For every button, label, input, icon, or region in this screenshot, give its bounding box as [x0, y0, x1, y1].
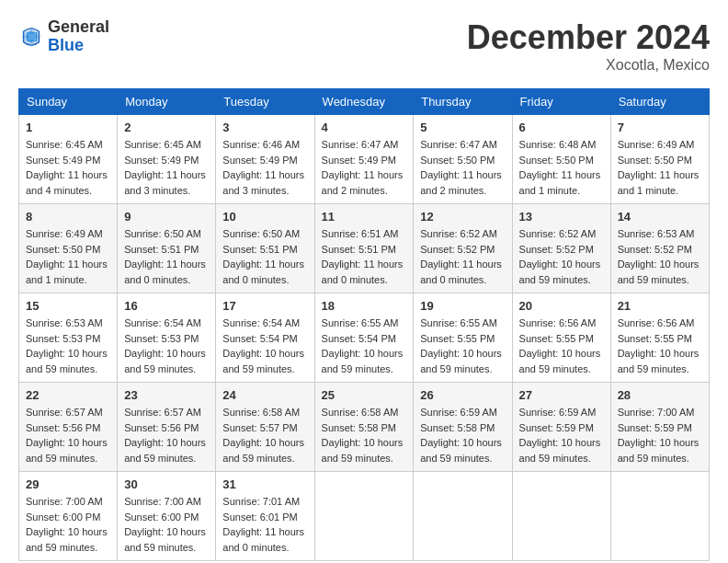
day-info: Sunrise: 7:01 AM Sunset: 6:01 PM Dayligh… — [222, 494, 307, 555]
calendar-cell: 19 Sunrise: 6:55 AM Sunset: 5:55 PM Dayl… — [414, 293, 512, 383]
day-info: Sunrise: 6:59 AM Sunset: 5:59 PM Dayligh… — [519, 405, 604, 465]
logo-icon — [18, 24, 44, 50]
calendar-cell: 20 Sunrise: 6:56 AM Sunset: 5:55 PM Dayl… — [512, 293, 610, 383]
sunrise-label: Sunrise: 6:53 AM — [618, 228, 695, 239]
calendar-cell: 18 Sunrise: 6:55 AM Sunset: 5:54 PM Dayl… — [314, 293, 414, 383]
sunset-label: Sunset: 5:50 PM — [519, 155, 594, 166]
day-number: 30 — [124, 477, 209, 491]
day-info: Sunrise: 6:49 AM Sunset: 5:50 PM Dayligh… — [26, 226, 110, 287]
header-cell-saturday: Saturday — [610, 89, 709, 115]
daylight-label: Daylight: 11 hours and 1 minute. — [519, 169, 601, 196]
daylight-label: Daylight: 10 hours and 59 minutes. — [618, 437, 700, 464]
sunset-label: Sunset: 5:54 PM — [222, 333, 297, 344]
daylight-label: Daylight: 10 hours and 59 minutes. — [222, 348, 304, 374]
daylight-label: Daylight: 10 hours and 59 minutes. — [124, 437, 206, 464]
day-info: Sunrise: 6:46 AM Sunset: 5:49 PM Dayligh… — [222, 137, 307, 198]
sunset-label: Sunset: 5:55 PM — [618, 333, 692, 344]
sunrise-label: Sunrise: 6:48 AM — [519, 139, 597, 150]
day-info: Sunrise: 6:55 AM Sunset: 5:54 PM Dayligh… — [322, 316, 407, 376]
sunrise-label: Sunrise: 7:00 AM — [124, 496, 201, 507]
day-number: 19 — [420, 299, 505, 313]
daylight-label: Daylight: 10 hours and 59 minutes. — [519, 437, 601, 464]
sunrise-label: Sunrise: 7:01 AM — [222, 496, 300, 507]
daylight-label: Daylight: 10 hours and 59 minutes. — [124, 526, 206, 553]
calendar-cell: 2 Sunrise: 6:45 AM Sunset: 5:49 PM Dayli… — [118, 115, 216, 204]
daylight-label: Daylight: 11 hours and 2 minutes. — [420, 169, 502, 196]
daylight-label: Daylight: 11 hours and 0 minutes. — [124, 259, 206, 285]
calendar-cell: 5 Sunrise: 6:47 AM Sunset: 5:50 PM Dayli… — [414, 115, 512, 204]
daylight-label: Daylight: 11 hours and 0 minutes. — [420, 259, 502, 285]
calendar-cell — [610, 472, 709, 561]
daylight-label: Daylight: 10 hours and 59 minutes. — [618, 259, 700, 285]
day-info: Sunrise: 6:54 AM Sunset: 5:54 PM Dayligh… — [222, 316, 307, 376]
day-info: Sunrise: 6:47 AM Sunset: 5:49 PM Dayligh… — [322, 137, 407, 198]
sunset-label: Sunset: 5:49 PM — [124, 155, 199, 166]
sunset-label: Sunset: 5:52 PM — [618, 244, 692, 255]
daylight-label: Daylight: 11 hours and 0 minutes. — [322, 259, 404, 285]
calendar-cell: 30 Sunrise: 7:00 AM Sunset: 6:00 PM Dayl… — [118, 472, 216, 561]
sunrise-label: Sunrise: 6:59 AM — [519, 407, 597, 418]
day-info: Sunrise: 6:57 AM Sunset: 5:56 PM Dayligh… — [124, 405, 209, 465]
sunrise-label: Sunrise: 6:45 AM — [26, 139, 103, 150]
day-info: Sunrise: 6:58 AM Sunset: 5:58 PM Dayligh… — [322, 405, 407, 465]
day-number: 3 — [222, 121, 307, 134]
day-number: 5 — [420, 121, 505, 134]
calendar-cell: 24 Sunrise: 6:58 AM Sunset: 5:57 PM Dayl… — [216, 383, 314, 472]
sunset-label: Sunset: 5:57 PM — [222, 422, 297, 433]
daylight-label: Daylight: 10 hours and 59 minutes. — [519, 348, 601, 374]
calendar-header: SundayMondayTuesdayWednesdayThursdayFrid… — [19, 89, 710, 115]
calendar-cell: 12 Sunrise: 6:52 AM Sunset: 5:52 PM Dayl… — [414, 204, 512, 293]
day-number: 21 — [618, 299, 702, 313]
day-number: 15 — [26, 299, 110, 313]
daylight-label: Daylight: 11 hours and 0 minutes. — [222, 259, 304, 285]
sunrise-label: Sunrise: 6:59 AM — [420, 407, 497, 418]
calendar-cell: 11 Sunrise: 6:51 AM Sunset: 5:51 PM Dayl… — [314, 204, 414, 293]
calendar-cell: 16 Sunrise: 6:54 AM Sunset: 5:53 PM Dayl… — [118, 293, 216, 383]
sunset-label: Sunset: 6:00 PM — [26, 511, 100, 523]
day-info: Sunrise: 6:58 AM Sunset: 5:57 PM Dayligh… — [222, 405, 307, 465]
day-info: Sunrise: 6:50 AM Sunset: 5:51 PM Dayligh… — [124, 226, 209, 287]
day-number: 28 — [618, 388, 702, 402]
day-number: 27 — [519, 388, 604, 402]
header-cell-monday: Monday — [118, 89, 216, 115]
sunset-label: Sunset: 6:00 PM — [124, 511, 199, 523]
sunset-label: Sunset: 5:52 PM — [420, 244, 495, 255]
daylight-label: Daylight: 10 hours and 59 minutes. — [420, 348, 502, 374]
day-info: Sunrise: 6:53 AM Sunset: 5:53 PM Dayligh… — [26, 316, 110, 376]
day-number: 7 — [618, 121, 702, 134]
logo-text: General Blue — [48, 18, 109, 55]
day-number: 14 — [618, 210, 702, 224]
calendar-cell: 10 Sunrise: 6:50 AM Sunset: 5:51 PM Dayl… — [216, 204, 314, 293]
header-cell-tuesday: Tuesday — [216, 89, 314, 115]
day-number: 9 — [124, 210, 209, 224]
day-number: 26 — [420, 388, 505, 402]
sunrise-label: Sunrise: 6:57 AM — [26, 407, 103, 418]
sunset-label: Sunset: 5:59 PM — [519, 422, 594, 433]
calendar-cell: 17 Sunrise: 6:54 AM Sunset: 5:54 PM Dayl… — [216, 293, 314, 383]
calendar-cell: 7 Sunrise: 6:49 AM Sunset: 5:50 PM Dayli… — [610, 115, 709, 204]
month-title: December 2024 — [467, 18, 710, 57]
sunset-label: Sunset: 5:50 PM — [618, 155, 692, 166]
header-cell-sunday: Sunday — [19, 89, 118, 115]
day-number: 12 — [420, 210, 505, 224]
daylight-label: Daylight: 10 hours and 59 minutes. — [322, 348, 404, 374]
calendar-week-5: 29 Sunrise: 7:00 AM Sunset: 6:00 PM Dayl… — [19, 472, 710, 561]
day-info: Sunrise: 6:56 AM Sunset: 5:55 PM Dayligh… — [618, 316, 702, 376]
day-number: 16 — [124, 299, 209, 313]
sunrise-label: Sunrise: 6:47 AM — [322, 139, 399, 150]
logo-blue: Blue — [48, 37, 109, 55]
day-info: Sunrise: 6:51 AM Sunset: 5:51 PM Dayligh… — [322, 226, 407, 287]
daylight-label: Daylight: 11 hours and 3 minutes. — [222, 169, 304, 196]
calendar-cell: 22 Sunrise: 6:57 AM Sunset: 5:56 PM Dayl… — [19, 383, 118, 472]
sunrise-label: Sunrise: 6:50 AM — [124, 228, 201, 239]
sunrise-label: Sunrise: 6:57 AM — [124, 407, 201, 418]
sunset-label: Sunset: 5:51 PM — [124, 244, 199, 255]
calendar-cell: 27 Sunrise: 6:59 AM Sunset: 5:59 PM Dayl… — [512, 383, 610, 472]
calendar-cell: 26 Sunrise: 6:59 AM Sunset: 5:58 PM Dayl… — [414, 383, 512, 472]
sunset-label: Sunset: 5:53 PM — [124, 333, 199, 344]
daylight-label: Daylight: 10 hours and 59 minutes. — [124, 348, 206, 374]
sunrise-label: Sunrise: 6:53 AM — [26, 317, 103, 328]
sunrise-label: Sunrise: 6:56 AM — [519, 317, 597, 328]
daylight-label: Daylight: 10 hours and 59 minutes. — [322, 437, 404, 464]
day-number: 23 — [124, 388, 209, 402]
